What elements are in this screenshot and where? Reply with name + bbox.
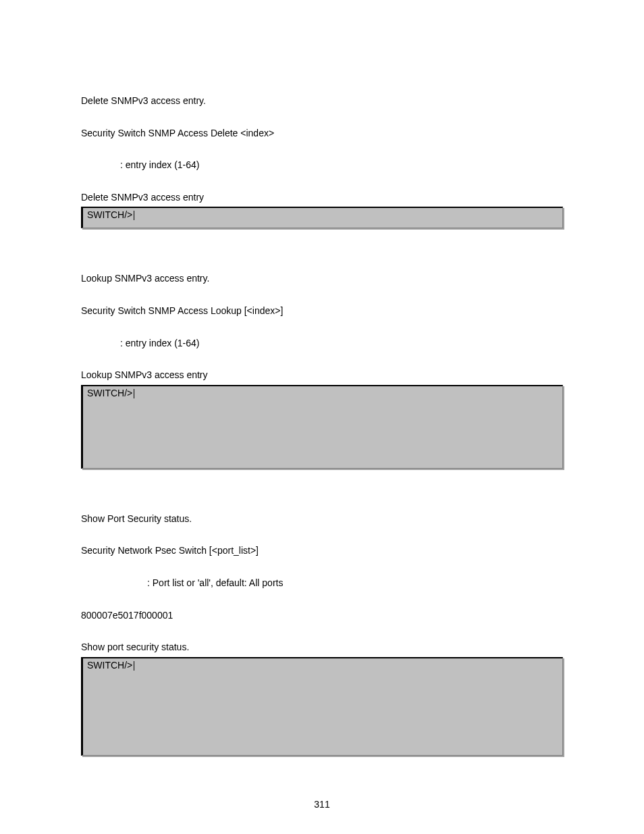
section-parameter: : entry index (1-64) bbox=[81, 337, 563, 350]
section-description: Lookup SNMPv3 access entry. bbox=[81, 272, 563, 286]
terminal-output: SWITCH/> bbox=[81, 207, 563, 228]
terminal-output: SWITCH/> bbox=[81, 657, 563, 756]
section-syntax: Security Switch SNMP Access Delete <inde… bbox=[81, 127, 563, 140]
terminal-prompt: SWITCH/> bbox=[87, 209, 132, 220]
section-syntax: Security Network Psec Switch [<port_list… bbox=[81, 544, 563, 558]
terminal-prompt: SWITCH/> bbox=[87, 388, 132, 398]
section-spacer bbox=[81, 235, 563, 272]
section-description: Show Port Security status. bbox=[81, 513, 563, 526]
terminal-caption: Lookup SNMPv3 access entry bbox=[81, 369, 563, 382]
section-parameter: : entry index (1-64) bbox=[81, 159, 563, 172]
section-description: Delete SNMPv3 access entry. bbox=[81, 95, 563, 108]
section-syntax: Security Switch SNMP Access Lookup [<ind… bbox=[81, 305, 563, 318]
terminal-caption: Show port security status. bbox=[81, 641, 563, 654]
section-parameter: : Port list or 'all', default: All ports bbox=[81, 577, 563, 590]
section-spacer bbox=[81, 475, 563, 513]
terminal-output: SWITCH/> bbox=[81, 385, 563, 469]
terminal-caption: Delete SNMPv3 access entry bbox=[81, 191, 563, 205]
section-value: 800007e5017f000001 bbox=[81, 609, 563, 623]
terminal-prompt: SWITCH/> bbox=[87, 660, 132, 671]
cursor-icon bbox=[134, 211, 134, 220]
page-number: 311 bbox=[0, 799, 644, 810]
cursor-icon bbox=[134, 389, 134, 398]
document-page: Delete SNMPv3 access entry. Security Swi… bbox=[0, 0, 644, 834]
cursor-icon bbox=[134, 661, 134, 671]
